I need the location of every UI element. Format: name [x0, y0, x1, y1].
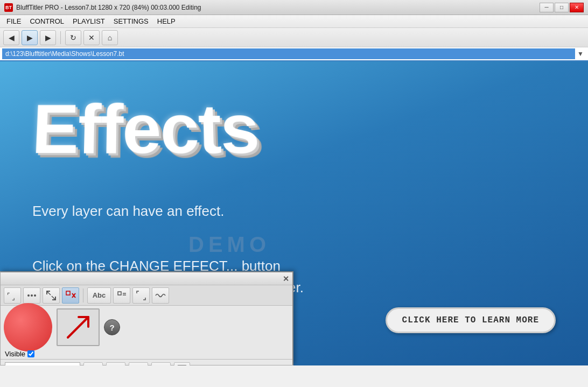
svg-rect-7	[66, 291, 70, 295]
maximize-button[interactable]: □	[555, 3, 569, 12]
svg-text:⌟: ⌟	[12, 294, 15, 301]
home-button[interactable]: ⌂	[102, 30, 118, 45]
learn-more-button[interactable]: CLICK HERE TO LEARN MORE	[386, 307, 556, 333]
refresh-button[interactable]: ↻	[65, 30, 81, 45]
svg-point-2	[27, 294, 30, 297]
speed-dropdown[interactable]: constant speed ease in ease out ease in/…	[5, 362, 80, 366]
visible-label: Visible	[5, 350, 25, 358]
menu-playlist[interactable]: PLAYLIST	[68, 16, 109, 26]
panel-icon-scale[interactable]: ⌜⌟	[4, 287, 21, 304]
close-button[interactable]: ✕	[570, 3, 584, 12]
play-button[interactable]: ▶	[22, 30, 38, 45]
visible-row: Visible	[1, 349, 292, 359]
arrow-icon	[64, 313, 93, 342]
menu-bar: FILE CONTROL PLAYLIST SETTINGS HELP	[0, 15, 588, 28]
svg-line-5	[47, 291, 51, 295]
menu-help[interactable]: HELP	[153, 16, 180, 26]
panel-icon-dots[interactable]	[23, 287, 40, 304]
panel-icon-keyframe[interactable]	[113, 287, 130, 304]
title-bar-controls: ─ □ ✕	[540, 3, 584, 12]
back-button[interactable]: ◀	[3, 30, 19, 45]
nav-prev-button[interactable]	[106, 362, 125, 366]
menu-settings[interactable]: SETTINGS	[109, 16, 153, 26]
red-circle-preview	[4, 303, 52, 351]
svg-text:⌜: ⌜	[7, 292, 10, 299]
canvas-area: Effects Every layer can have an effect. …	[0, 61, 588, 365]
nav-next-button[interactable]	[129, 362, 148, 366]
address-dropdown[interactable]: ▼	[575, 50, 586, 58]
panel-bottom-row: constant speed ease in ease out ease in/…	[1, 359, 292, 365]
toolbar: ◀ ▶ ▶ ↻ ✕ ⌂	[0, 28, 588, 47]
svg-line-6	[52, 296, 55, 300]
address-input[interactable]	[2, 48, 575, 59]
svg-point-4	[34, 294, 36, 297]
title-bar: BT BluffTitler PRO - Lesson7.bt 1280 x 7…	[0, 0, 588, 15]
menu-control[interactable]: CONTROL	[25, 16, 68, 26]
panel-icon-wave[interactable]	[152, 287, 169, 304]
arrow-icon-area	[57, 308, 100, 346]
help-button[interactable]: ?	[104, 319, 120, 335]
panel-icon-cross[interactable]	[62, 287, 79, 304]
demo-watermark: DEMO	[188, 233, 270, 257]
svg-line-13	[68, 317, 88, 337]
abc-label: Abc	[93, 291, 106, 299]
panel-icon-abc[interactable]: Abc	[87, 287, 111, 304]
bottom-panel: ✕ ⌜⌟	[0, 271, 293, 365]
menu-file[interactable]: FILE	[2, 16, 25, 26]
nav-first-button[interactable]	[83, 362, 103, 366]
effects-heading: Effects	[31, 89, 260, 169]
minimize-button[interactable]: ─	[540, 3, 554, 12]
visible-checkbox[interactable]	[27, 350, 34, 357]
body-line1: Every layer can have an effect.	[32, 201, 225, 221]
panel-separator	[83, 289, 83, 302]
svg-point-3	[31, 294, 33, 297]
panel-icon-anim[interactable]	[132, 287, 150, 304]
address-bar: ▼	[0, 47, 588, 61]
app-icon: BT	[4, 3, 13, 12]
panel-toolbar: ⌜⌟	[1, 285, 292, 306]
panel-icon-expand[interactable]	[43, 287, 60, 304]
window-title: BluffTitler PRO - Lesson7.bt 1280 x 720 …	[16, 4, 201, 11]
panel-content: ?	[1, 306, 292, 349]
panel-header: ✕	[1, 272, 292, 285]
svg-rect-18	[178, 365, 186, 366]
nav-add-button[interactable]	[174, 362, 190, 366]
nav-last-button[interactable]	[151, 362, 171, 366]
svg-rect-10	[118, 292, 121, 295]
title-bar-left: BT BluffTitler PRO - Lesson7.bt 1280 x 7…	[4, 3, 201, 12]
forward-button[interactable]: ▶	[40, 30, 56, 45]
panel-close-button[interactable]: ✕	[283, 275, 289, 283]
stop-button[interactable]: ✕	[83, 30, 100, 45]
toolbar-separator	[60, 31, 61, 44]
